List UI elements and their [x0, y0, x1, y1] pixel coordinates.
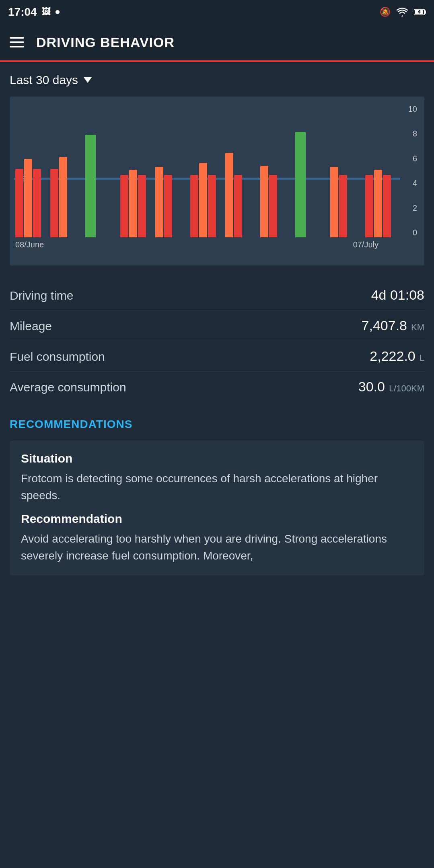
- recommendations-section: RECOMMENDATIONS Situation Frotcom is det…: [10, 418, 424, 576]
- bar: [120, 175, 128, 237]
- avg-value: 30.0: [358, 379, 385, 395]
- wifi-icon: [396, 8, 408, 16]
- fuel-row: Fuel consumption 2,222.0 L: [10, 341, 424, 372]
- recommendation-title: Recommendation: [21, 512, 413, 526]
- bar: [225, 153, 233, 237]
- status-left: 17:04 🖼: [8, 6, 60, 19]
- bar: [330, 167, 338, 237]
- bar: [59, 157, 67, 237]
- main-content: Last 30 days 3,6: [0, 62, 434, 591]
- bar: [138, 175, 146, 237]
- bar-group-1: [15, 159, 49, 237]
- bar-group-10: [330, 167, 364, 237]
- y-label-0: 0: [413, 228, 417, 237]
- bar: [374, 170, 382, 237]
- mileage-value: 7,407.8: [362, 318, 407, 333]
- hamburger-menu-icon[interactable]: [10, 37, 24, 47]
- driving-time-label: Driving time: [10, 289, 73, 302]
- app-bar: DRIVING BEHAVIOR: [0, 24, 434, 60]
- avg-label: Average consumption: [10, 381, 126, 394]
- photo-icon: 🖼: [42, 7, 51, 17]
- bar: [199, 163, 207, 237]
- chart-inner: 3,6: [14, 105, 420, 261]
- bar-group-11: [365, 170, 399, 237]
- period-label: Last 30 days: [10, 73, 78, 87]
- bar: [383, 175, 391, 237]
- y-label-10: 10: [408, 105, 417, 114]
- recommendation-card: Situation Frotcom is detecting some occu…: [10, 440, 424, 576]
- fuel-unit: L: [420, 353, 424, 363]
- status-dot: [56, 10, 60, 14]
- svg-rect-1: [424, 10, 426, 14]
- chart-x-axis: 08/June 07/July: [14, 240, 380, 249]
- battery-icon: [414, 8, 426, 16]
- bar: [85, 135, 96, 237]
- bar-group-8: [260, 166, 294, 237]
- fuel-label: Fuel consumption: [10, 350, 105, 364]
- bar: [190, 175, 198, 237]
- chevron-down-icon: [84, 77, 92, 83]
- driving-time-value: 4d 01:08: [371, 287, 424, 303]
- stats-section: Driving time 4d 01:08 Mileage 7,407.8 KM…: [10, 280, 424, 402]
- bar: [164, 175, 172, 237]
- recommendations-title: RECOMMENDATIONS: [10, 418, 424, 431]
- bar-group-6: [190, 163, 224, 237]
- chart-plot: 3,6: [14, 105, 400, 249]
- bar: [295, 132, 306, 237]
- fuel-value: 2,222.0: [370, 348, 415, 364]
- recommendation-text: Avoid accelerating too harshly when you …: [21, 531, 413, 564]
- x-label-start: 08/June: [15, 240, 44, 249]
- bell-muted-icon: 🔕: [380, 7, 391, 17]
- y-label-8: 8: [413, 129, 417, 138]
- bar: [339, 175, 347, 237]
- avg-value-area: 30.0 L/100KM: [358, 379, 424, 395]
- period-selector[interactable]: Last 30 days: [10, 73, 424, 87]
- situation-title: Situation: [21, 452, 413, 465]
- chart-y-axis: 10 8 6 4 2 0: [400, 105, 420, 249]
- chart-container: 3,6: [10, 97, 424, 265]
- bar: [234, 175, 242, 237]
- x-label-end: 07/July: [353, 240, 378, 249]
- bar-group-7: [225, 153, 259, 237]
- bar: [269, 175, 277, 237]
- mileage-value-area: 7,407.8 KM: [362, 318, 424, 333]
- bars-area: [14, 105, 400, 237]
- bar: [365, 175, 373, 237]
- bar: [129, 170, 137, 237]
- bar: [260, 166, 268, 237]
- bar: [33, 169, 41, 237]
- mileage-label: Mileage: [10, 319, 52, 333]
- app-title: DRIVING BEHAVIOR: [36, 35, 175, 50]
- avg-row: Average consumption 30.0 L/100KM: [10, 372, 424, 402]
- y-label-6: 6: [413, 154, 417, 163]
- status-bar: 17:04 🖼 🔕: [0, 0, 434, 24]
- y-label-2: 2: [413, 204, 417, 213]
- bar: [50, 169, 58, 237]
- fuel-value-area: 2,222.0 L: [370, 348, 424, 364]
- bar-group-2: [50, 157, 84, 237]
- mileage-unit: KM: [411, 322, 424, 333]
- driving-time-value-area: 4d 01:08: [371, 287, 424, 303]
- bar-group-5: [155, 167, 189, 237]
- bar-group-3: [85, 135, 119, 237]
- bar: [15, 169, 23, 237]
- bar: [155, 167, 163, 237]
- bar: [208, 175, 216, 237]
- bar-group-9: [295, 132, 329, 237]
- status-time: 17:04: [8, 6, 37, 19]
- bar-group-4: [120, 170, 154, 237]
- situation-text: Frotcom is detecting some occurrences of…: [21, 470, 413, 504]
- mileage-row: Mileage 7,407.8 KM: [10, 311, 424, 341]
- status-right: 🔕: [380, 7, 426, 17]
- avg-unit: L/100KM: [389, 383, 424, 394]
- bar: [24, 159, 32, 237]
- y-label-4: 4: [413, 179, 417, 188]
- driving-time-row: Driving time 4d 01:08: [10, 280, 424, 311]
